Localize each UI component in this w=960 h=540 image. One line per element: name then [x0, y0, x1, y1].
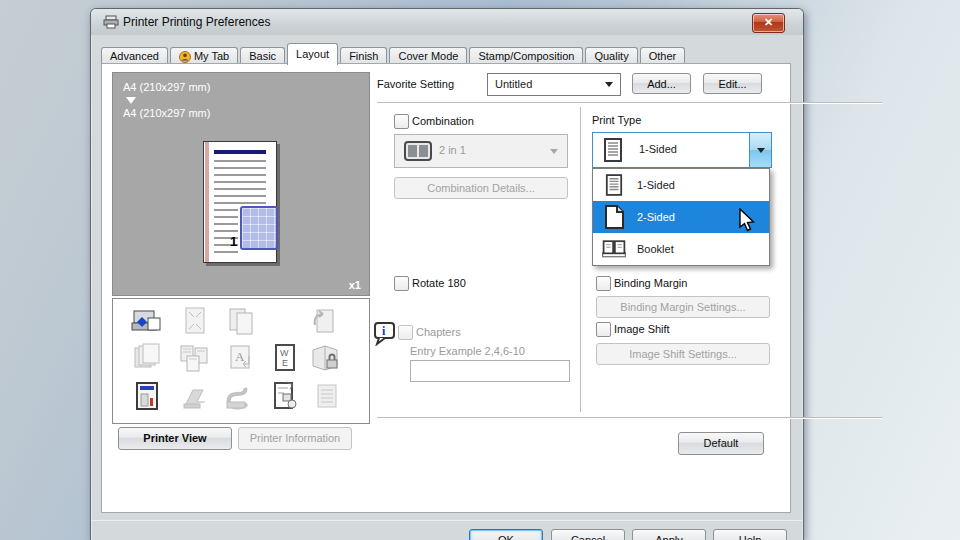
- poster-mode-icon[interactable]: [179, 305, 211, 337]
- zoom-factor-label: x1: [349, 279, 361, 291]
- printer-preferences-window: Printer Printing Preferences ✕ AdvancedM…: [90, 8, 804, 540]
- help-button[interactable]: Help: [713, 529, 787, 540]
- image-shift-label: Image Shift: [614, 323, 670, 335]
- chevron-down-icon: [605, 82, 613, 87]
- font-settings-icon[interactable]: A: [225, 342, 257, 374]
- watermark-icon[interactable]: W E: [269, 342, 301, 374]
- toner-save-icon[interactable]: [131, 380, 163, 412]
- paper-preview-panel: A4 (210x297 mm) A4 (210x297 mm) 1 x1: [112, 72, 370, 296]
- paper-source-label: A4 (210x297 mm): [123, 81, 210, 93]
- binding-margin-checkbox[interactable]: [596, 276, 611, 291]
- my-tab-user-icon: [179, 51, 191, 63]
- combination-details-button[interactable]: Combination Details...: [394, 177, 568, 199]
- copy-pages-icon[interactable]: [225, 305, 257, 337]
- image-shift-settings-button[interactable]: Image Shift Settings...: [596, 343, 770, 365]
- paper-output-label: A4 (210x297 mm): [123, 107, 210, 119]
- chevron-down-icon: [550, 149, 558, 154]
- add-favorite-button[interactable]: Add...: [632, 73, 691, 94]
- favorite-setting-value: Untitled: [495, 78, 532, 90]
- tab-my-tab-label: My Tab: [194, 50, 229, 62]
- apply-button[interactable]: Apply: [632, 529, 706, 540]
- combination-dropdown[interactable]: 2 in 1: [394, 134, 568, 168]
- option-label: 1-Sided: [637, 179, 675, 191]
- printer-setup-icon[interactable]: [131, 305, 163, 337]
- cancel-button[interactable]: Cancel: [551, 529, 625, 540]
- multi-copy-icon[interactable]: [131, 342, 163, 374]
- option-label: Booklet: [637, 243, 674, 255]
- default-button[interactable]: Default: [678, 432, 764, 455]
- page-rotate-icon[interactable]: [309, 305, 341, 337]
- option-booklet[interactable]: Booklet: [593, 233, 769, 265]
- combination-checkbox[interactable]: [394, 114, 409, 129]
- page-settings-icon[interactable]: [269, 380, 301, 412]
- chapters-label: Chapters: [416, 326, 461, 338]
- option-label: 2-Sided: [637, 211, 675, 223]
- edit-favorite-button[interactable]: Edit...: [703, 73, 762, 94]
- binding-margin-label: Binding Margin: [614, 277, 687, 289]
- chapters-checkbox[interactable]: [398, 325, 413, 340]
- print-type-dropdown[interactable]: 1-Sided: [592, 132, 772, 168]
- chapters-hint: Entry Example 2,4,6-10: [410, 345, 525, 357]
- booklet-icon: [601, 237, 627, 261]
- two-in-one-icon: [404, 141, 432, 161]
- one-sided-icon: [605, 173, 623, 197]
- printer-view-button[interactable]: Printer View: [118, 427, 232, 450]
- print-type-dropdown-button[interactable]: [749, 133, 771, 167]
- ok-button[interactable]: OK: [469, 529, 543, 540]
- svg-text:W: W: [280, 348, 289, 358]
- one-sided-icon: [603, 138, 623, 162]
- svg-text:A: A: [235, 349, 245, 364]
- print-type-value: 1-Sided: [639, 143, 677, 155]
- page-table-figure: [240, 206, 278, 250]
- feature-icon-panel: A W E: [112, 298, 370, 424]
- rotate-180-label: Rotate 180: [412, 277, 466, 289]
- paper-flow-arrow-icon: [126, 97, 136, 104]
- binding-margin-settings-button[interactable]: Binding Margin Settings...: [596, 296, 770, 318]
- svg-text:E: E: [282, 358, 288, 368]
- page-title-line: [214, 150, 266, 154]
- page-thumbnail: 1: [203, 141, 277, 263]
- print-type-label: Print Type: [592, 114, 641, 126]
- page-spine: [205, 142, 209, 262]
- stamp-composition-icon[interactable]: [223, 380, 255, 412]
- layout-tab-content: A4 (210x297 mm) A4 (210x297 mm) 1 x1: [101, 63, 791, 513]
- secure-booklet-icon[interactable]: [309, 342, 341, 374]
- two-sided-icon: [603, 205, 625, 229]
- combination-feature-icon[interactable]: [179, 342, 211, 374]
- combination-label: Combination: [412, 115, 474, 127]
- tab-layout[interactable]: Layout: [287, 43, 338, 65]
- chapters-input[interactable]: [410, 360, 570, 382]
- divider-bottom: [377, 417, 882, 418]
- rotate-180-checkbox[interactable]: [394, 276, 409, 291]
- title-bar[interactable]: Printer Printing Preferences ✕: [91, 9, 803, 35]
- overlay-icon[interactable]: [179, 380, 211, 412]
- option-1-sided[interactable]: 1-Sided: [593, 169, 769, 201]
- page-number: 1: [230, 234, 237, 249]
- info-tooltip-icon[interactable]: i: [374, 322, 396, 346]
- window-title: Printer Printing Preferences: [123, 15, 270, 29]
- favorite-setting-label: Favorite Setting: [377, 78, 454, 90]
- printer-icon: [103, 15, 119, 29]
- divider-top: [377, 102, 882, 103]
- chevron-down-icon: [757, 148, 765, 153]
- dialog-button-strip: OK Cancel Apply Help: [91, 520, 803, 540]
- close-button[interactable]: ✕: [752, 13, 785, 33]
- favorite-setting-dropdown[interactable]: Untitled: [487, 73, 621, 96]
- combination-value: 2 in 1: [439, 144, 466, 156]
- printer-information-button[interactable]: Printer Information: [238, 427, 352, 450]
- tab-strip: AdvancedMy TabBasicLayoutFinishCover Mod…: [101, 43, 791, 64]
- saved-settings-icon[interactable]: [311, 380, 343, 412]
- mouse-cursor: [738, 208, 756, 234]
- image-shift-checkbox[interactable]: [596, 322, 611, 337]
- divider-vertical: [580, 107, 581, 412]
